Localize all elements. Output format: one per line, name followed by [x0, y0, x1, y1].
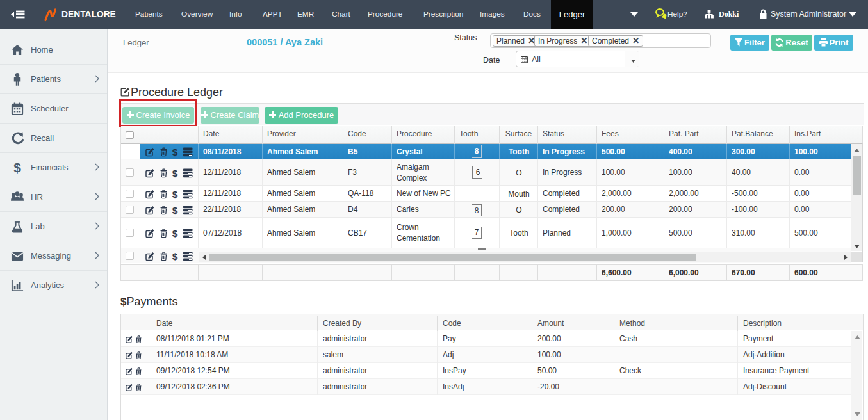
svg-text:$: $ — [172, 229, 178, 238]
svg-text:$: $ — [172, 206, 178, 215]
svg-text:$: $ — [172, 252, 178, 261]
svg-text:$: $ — [172, 147, 178, 157]
svg-text:$: $ — [172, 168, 178, 178]
svg-text:$: $ — [13, 161, 21, 174]
svg-text:$: $ — [172, 190, 178, 199]
